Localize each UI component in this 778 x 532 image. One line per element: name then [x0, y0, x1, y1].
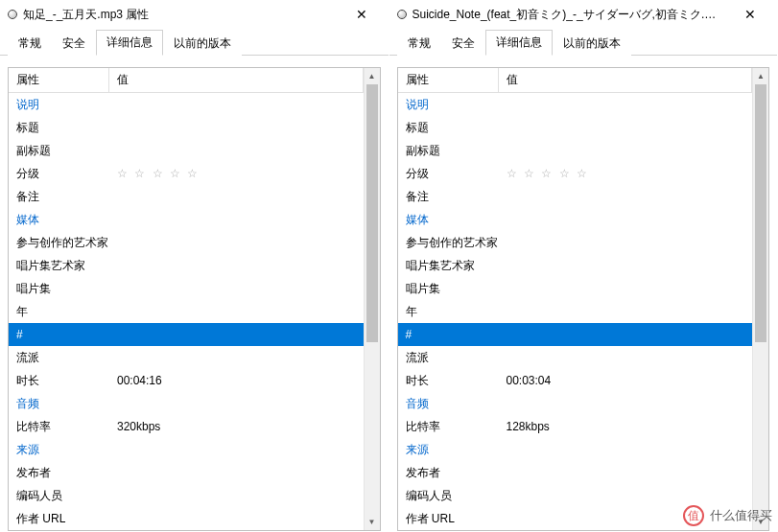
rating-stars[interactable]: ☆ ☆ ☆ ☆ ☆ [499, 167, 753, 180]
scroll-thumb[interactable] [366, 84, 378, 342]
section-description: 说明 [398, 93, 753, 116]
row-year[interactable]: 年 [398, 300, 753, 323]
titlebar[interactable]: 知足_-_五月天.mp3 属性 ✕ [0, 0, 389, 29]
scroll-track[interactable] [753, 84, 768, 514]
scroll-down-icon[interactable]: ▼ [365, 514, 380, 530]
tab-bar: 常规 安全 详细信息 以前的版本 [389, 29, 778, 56]
file-icon [397, 10, 407, 19]
tab-previous-versions[interactable]: 以前的版本 [553, 31, 631, 56]
row-year[interactable]: 年 [9, 300, 364, 323]
row-rating[interactable]: 分级☆ ☆ ☆ ☆ ☆ [398, 162, 753, 185]
row-encoded-by[interactable]: 编码人员 [9, 484, 364, 507]
section-media: 媒体 [398, 208, 753, 231]
scroll-up-icon[interactable]: ▲ [753, 68, 768, 84]
row-contributing-artists[interactable]: 参与创作的艺术家 [398, 231, 753, 254]
value-bitrate: 320kbps [109, 420, 364, 433]
col-property[interactable]: 属性 [9, 68, 109, 92]
tab-general[interactable]: 常规 [397, 31, 441, 56]
row-genre[interactable]: 流派 [9, 346, 364, 369]
tab-bar: 常规 安全 详细信息 以前的版本 [0, 29, 389, 56]
properties-list-body[interactable]: 属性 值 说明 标题 副标题 分级☆ ☆ ☆ ☆ ☆ 备注 媒体 参与创作的艺术… [398, 68, 753, 530]
section-description: 说明 [9, 93, 364, 116]
col-property[interactable]: 属性 [398, 68, 499, 92]
row-rating[interactable]: 分级☆ ☆ ☆ ☆ ☆ [9, 162, 364, 185]
row-subtitle[interactable]: 副标题 [9, 139, 364, 162]
window-title: 知足_-_五月天.mp3 属性 [23, 7, 337, 23]
value-bitrate: 128kbps [499, 420, 753, 433]
close-button[interactable]: ✕ [731, 0, 769, 29]
tab-general[interactable]: 常规 [8, 31, 52, 56]
file-icon [8, 10, 17, 19]
tab-content: 属性 值 说明 标题 副标题 分级☆ ☆ ☆ ☆ ☆ 备注 媒体 参与创作的艺术… [0, 56, 389, 532]
section-audio: 音频 [398, 392, 753, 415]
scroll-track[interactable] [365, 84, 380, 514]
scrollbar[interactable]: ▲ ▼ [752, 68, 768, 530]
value-length: 00:03:04 [499, 374, 753, 387]
properties-list-body[interactable]: 属性 值 说明 标题 副标题 分级☆ ☆ ☆ ☆ ☆ 备注 媒体 参与创作的艺术… [9, 68, 364, 530]
row-comments[interactable]: 备注 [398, 185, 753, 208]
scroll-thumb[interactable] [755, 84, 766, 342]
watermark-logo-icon: 值 [683, 505, 704, 526]
col-value[interactable]: 值 [499, 68, 753, 92]
row-publisher[interactable]: 发布者 [9, 461, 364, 484]
section-audio: 音频 [9, 392, 364, 415]
row-album-artist[interactable]: 唱片集艺术家 [9, 254, 364, 277]
tab-security[interactable]: 安全 [52, 31, 96, 56]
watermark-text: 什么值得买 [710, 507, 772, 524]
row-contributing-artists[interactable]: 参与创作的艺术家 [9, 231, 364, 254]
row-album-artist[interactable]: 唱片集艺术家 [398, 254, 753, 277]
row-bitrate[interactable]: 比特率128kbps [398, 415, 753, 438]
window-title: Suicide_Note_(feat_初音ミク)_-_サイダーバグ,初音ミク.m… [413, 7, 726, 23]
properties-list: 属性 值 说明 标题 副标题 分级☆ ☆ ☆ ☆ ☆ 备注 媒体 参与创作的艺术… [8, 67, 381, 531]
tab-security[interactable]: 安全 [441, 31, 485, 56]
row-author-url[interactable]: 作者 URL [9, 507, 364, 530]
tab-previous-versions[interactable]: 以前的版本 [163, 31, 242, 56]
value-length: 00:04:16 [109, 374, 364, 387]
titlebar[interactable]: Suicide_Note_(feat_初音ミク)_-_サイダーバグ,初音ミク.m… [389, 0, 778, 29]
row-track[interactable]: # [9, 323, 364, 346]
properties-list: 属性 值 说明 标题 副标题 分级☆ ☆ ☆ ☆ ☆ 备注 媒体 参与创作的艺术… [397, 67, 770, 531]
row-length[interactable]: 时长00:04:16 [9, 369, 364, 392]
row-track[interactable]: # [398, 323, 753, 346]
tab-content: 属性 值 说明 标题 副标题 分级☆ ☆ ☆ ☆ ☆ 备注 媒体 参与创作的艺术… [389, 56, 778, 532]
rating-stars[interactable]: ☆ ☆ ☆ ☆ ☆ [109, 167, 364, 180]
scrollbar[interactable]: ▲ ▼ [364, 68, 380, 530]
list-header: 属性 值 [398, 68, 753, 93]
tab-details[interactable]: 详细信息 [485, 30, 553, 56]
row-encoded-by[interactable]: 编码人员 [398, 484, 753, 507]
section-media: 媒体 [9, 208, 364, 231]
scroll-up-icon[interactable]: ▲ [365, 68, 380, 84]
row-album[interactable]: 唱片集 [9, 277, 364, 300]
row-subtitle[interactable]: 副标题 [398, 139, 753, 162]
properties-dialog-left: 知足_-_五月天.mp3 属性 ✕ 常规 安全 详细信息 以前的版本 属性 值 … [0, 0, 389, 532]
row-title[interactable]: 标题 [398, 116, 753, 139]
col-value[interactable]: 值 [109, 68, 364, 92]
row-album[interactable]: 唱片集 [398, 277, 753, 300]
list-header: 属性 值 [9, 68, 364, 93]
row-length[interactable]: 时长00:03:04 [398, 369, 753, 392]
row-publisher[interactable]: 发布者 [398, 461, 753, 484]
row-bitrate[interactable]: 比特率320kbps [9, 415, 364, 438]
row-genre[interactable]: 流派 [398, 346, 753, 369]
tab-details[interactable]: 详细信息 [96, 30, 163, 56]
properties-dialog-right: Suicide_Note_(feat_初音ミク)_-_サイダーバグ,初音ミク.m… [389, 0, 779, 532]
watermark: 值 什么值得买 [683, 505, 772, 526]
row-title[interactable]: 标题 [9, 116, 364, 139]
section-origin: 来源 [398, 438, 753, 461]
row-comments[interactable]: 备注 [9, 185, 364, 208]
close-button[interactable]: ✕ [342, 0, 381, 29]
section-origin: 来源 [9, 438, 364, 461]
